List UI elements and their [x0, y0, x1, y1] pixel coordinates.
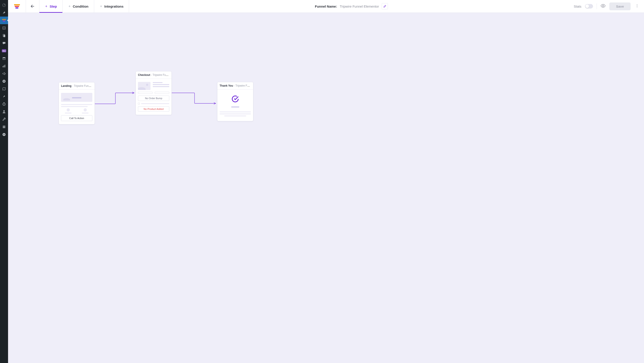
nav-play[interactable]: [0, 131, 8, 138]
tab-condition-label: Condition: [73, 5, 88, 8]
funnel-builder-app: Step Condition Integrations Funnel Name:…: [8, 0, 644, 363]
product-image-placeholder: [138, 82, 150, 90]
nav-plugins[interactable]: [0, 100, 8, 108]
svg-rect-3: [3, 57, 5, 58]
step-card-thankyou[interactable]: Thank You - Tripwire Funne…: [217, 82, 253, 121]
nav-analytics[interactable]: [0, 62, 8, 70]
plus-icon: [68, 5, 71, 8]
woo-icon: Woo: [2, 49, 6, 52]
svg-rect-14: [3, 126, 4, 127]
canvas-inner: Landing - Tripwire Funne… Call To Action: [8, 13, 634, 362]
nav-pages[interactable]: [0, 32, 8, 39]
tab-step-label: Step: [50, 5, 57, 8]
step-type-label: Landing: [61, 84, 72, 88]
order-bump-badge: No Order Bump: [138, 96, 169, 101]
nav-pin[interactable]: [0, 9, 8, 17]
funnel-canvas[interactable]: Landing - Tripwire Funne… Call To Action: [8, 13, 644, 363]
step-type-label: Checkout: [138, 73, 150, 77]
svg-point-22: [637, 7, 637, 7]
edit-name-button[interactable]: [382, 3, 388, 10]
step-card-checkout[interactable]: Checkout - Tripwire Funne… No Order Bump: [136, 71, 172, 115]
funnel-name-label: Funnel Name:: [315, 5, 337, 8]
funnel-icon: [2, 19, 6, 22]
checkmark-icon: [231, 95, 239, 103]
tab-integrations[interactable]: Integrations: [94, 0, 129, 13]
text-placeholder: [61, 106, 88, 107]
text-placeholder: [220, 111, 251, 112]
step-card-preview: No Order Bump No Product Added: [136, 79, 172, 115]
step-card-header: Thank You - Tripwire Funne…: [217, 82, 253, 90]
pencil-icon: [383, 5, 386, 8]
header-center: Funnel Name: Tripwire Funnel Elementor: [129, 0, 574, 13]
step-name-label: - Tripwire Funne…: [72, 84, 94, 88]
nav-settings[interactable]: [0, 123, 8, 131]
plus-icon: [45, 5, 48, 8]
step-card-header: Checkout - Tripwire Funne…: [136, 71, 172, 79]
svg-rect-9: [3, 81, 4, 82]
wp-admin-sidebar: Woo: [0, 0, 8, 363]
plus-icon: [100, 5, 103, 8]
svg-point-21: [637, 6, 637, 6]
step-name-label: - Tripwire Funne…: [151, 73, 172, 77]
divider-placeholder: [231, 107, 239, 107]
inputs-placeholder: [138, 92, 169, 94]
svg-rect-10: [4, 81, 5, 81]
svg-rect-17: [4, 127, 5, 128]
svg-rect-6: [4, 65, 4, 67]
checkbox-placeholder: [138, 103, 169, 105]
nav-elementor[interactable]: [0, 78, 8, 85]
step-card-header: Landing - Tripwire Funne…: [59, 82, 94, 90]
nav-comments[interactable]: [0, 39, 8, 47]
nav-woocommerce[interactable]: Woo: [0, 47, 8, 55]
svg-rect-5: [3, 66, 3, 67]
tab-condition[interactable]: Condition: [62, 0, 94, 13]
cta-badge: Call To Action: [61, 115, 92, 121]
funnel-logo-icon: [14, 4, 20, 9]
back-button[interactable]: [26, 0, 39, 13]
step-type-label: Thank You: [220, 84, 233, 87]
nav-templates[interactable]: [0, 85, 8, 93]
hero-placeholder: [61, 93, 92, 102]
nav-archive[interactable]: [0, 55, 8, 62]
svg-point-19: [602, 5, 604, 7]
nav-users[interactable]: [0, 108, 8, 116]
nav-dashboard[interactable]: [0, 1, 8, 9]
nav-funnel[interactable]: [0, 17, 8, 24]
text-placeholder: [61, 104, 92, 105]
app-logo[interactable]: [8, 0, 26, 13]
svg-rect-11: [4, 81, 5, 82]
stats-toggle[interactable]: [585, 4, 593, 9]
funnel-name-value: Tripwire Funnel Elementor: [340, 5, 379, 8]
dots-vertical-icon: [635, 4, 639, 8]
eye-icon: [600, 3, 606, 9]
svg-rect-2: [4, 35, 5, 37]
svg-rect-15: [4, 126, 5, 127]
more-menu-button[interactable]: [634, 3, 640, 10]
preview-button[interactable]: [600, 3, 606, 10]
app-header: Step Condition Integrations Funnel Name:…: [8, 0, 644, 13]
step-card-preview: [217, 90, 253, 121]
text-placeholder: [220, 114, 251, 114]
stats-label: Stats: [574, 5, 582, 8]
svg-rect-12: [4, 82, 5, 82]
text-placeholder: [224, 116, 246, 116]
nav-media[interactable]: [0, 24, 8, 32]
nav-tools[interactable]: [0, 116, 8, 123]
svg-rect-7: [5, 65, 5, 67]
tab-integrations-label: Integrations: [104, 5, 124, 8]
step-card-landing[interactable]: Landing - Tripwire Funne… Call To Action: [58, 82, 95, 124]
step-name-label: - Tripwire Funne…: [234, 84, 253, 87]
columns-placeholder: [61, 108, 92, 114]
tab-step[interactable]: Step: [39, 0, 62, 13]
nav-appearance[interactable]: [0, 93, 8, 100]
arrow-left-icon: [30, 4, 35, 9]
svg-point-13: [3, 110, 5, 112]
header-right: Stats Save: [574, 0, 644, 13]
no-product-badge: No Product Added: [138, 106, 169, 112]
save-button[interactable]: Save: [609, 3, 630, 10]
divider: [596, 3, 597, 9]
svg-rect-4: [3, 58, 5, 60]
step-card-preview: Call To Action: [59, 90, 94, 124]
nav-marketing[interactable]: [0, 70, 8, 78]
svg-rect-16: [3, 127, 4, 128]
